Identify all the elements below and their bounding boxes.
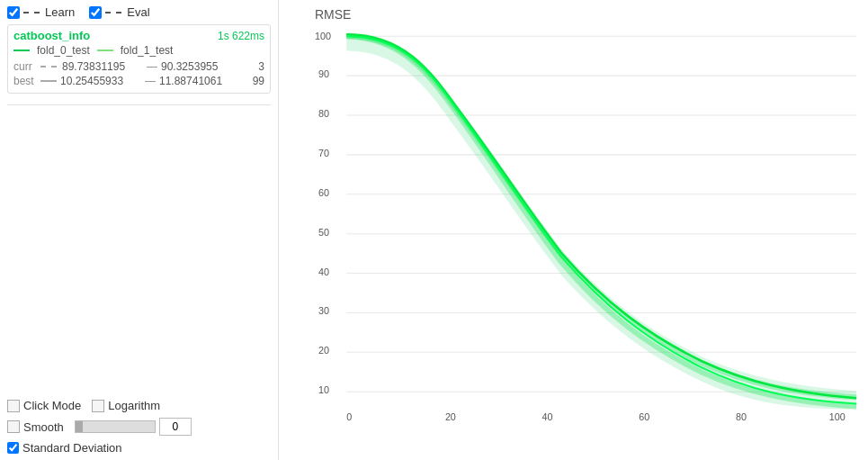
curr-num: 3 <box>246 60 264 73</box>
eval-checkbox[interactable] <box>89 6 102 19</box>
smooth-slider-thumb[interactable] <box>76 421 83 432</box>
curr-dash-icon <box>40 66 57 68</box>
info-title: catboost_info <box>13 29 90 42</box>
best-stats-row: best 10.25455933 — 11.88741061 99 <box>13 75 264 87</box>
divider <box>7 104 271 105</box>
x-label-20: 20 <box>445 411 456 422</box>
best-line-icon <box>40 80 57 82</box>
x-label-0: 0 <box>346 411 352 422</box>
best-label: best <box>13 75 37 87</box>
std-dev-checkbox[interactable] <box>7 442 19 454</box>
main-curve-fold1 <box>346 36 856 403</box>
smooth-checkbox[interactable] <box>7 420 20 433</box>
smooth-slider-track[interactable] <box>75 420 156 433</box>
learn-checkbox-label[interactable]: Learn <box>7 5 75 19</box>
eval-label: Eval <box>127 5 149 19</box>
click-mode-label: Click Mode <box>23 399 81 412</box>
click-mode-checkbox[interactable] <box>7 400 20 412</box>
chart-svg: 100 90 80 70 60 50 40 30 20 10 0 20 40 6… <box>315 25 861 429</box>
info-title-row: catboost_info 1s 622ms <box>13 29 264 42</box>
y-label-60: 60 <box>318 187 329 198</box>
top-control-row: Click Mode Logarithm <box>7 399 271 412</box>
std-dev-control-row: Standard Deviation <box>7 441 271 455</box>
smooth-slider-container <box>75 418 192 436</box>
smooth-label: Smooth <box>23 420 64 434</box>
eval-dash-icon <box>105 12 121 14</box>
curr-label: curr <box>13 60 37 73</box>
smooth-control-row: Smooth <box>7 418 271 436</box>
std-dev-label: Standard Deviation <box>22 441 122 455</box>
info-time: 1s 622ms <box>218 30 264 42</box>
x-label-40: 40 <box>542 411 553 422</box>
left-panel: Learn Eval catboost_info 1s 622ms fold_0… <box>0 0 279 460</box>
learn-label: Learn <box>45 5 75 19</box>
y-label-70: 70 <box>318 148 329 158</box>
learn-checkbox[interactable] <box>7 6 20 19</box>
std-dev-control[interactable]: Standard Deviation <box>7 441 122 455</box>
chart-area: RMSE 100 90 80 70 60 50 40 30 20 10 0 20… <box>279 0 868 460</box>
y-label-80: 80 <box>318 108 329 119</box>
y-label-100: 100 <box>315 31 331 41</box>
x-label-80: 80 <box>736 411 747 422</box>
best-separator: — <box>145 75 156 87</box>
curr-stats-row: curr 89.73831195 — 90.3253955 3 <box>13 60 264 73</box>
y-label-30: 30 <box>318 305 329 316</box>
eval-checkbox-label[interactable]: Eval <box>89 5 149 19</box>
logarithm-control[interactable]: Logarithm <box>92 399 160 412</box>
logarithm-checkbox[interactable] <box>92 400 104 412</box>
click-mode-control[interactable]: Click Mode <box>7 399 81 412</box>
fold1-label: fold_1_test <box>121 44 174 57</box>
logarithm-label: Logarithm <box>108 399 160 412</box>
std-dev-lower-band <box>346 36 856 406</box>
smooth-value-input[interactable] <box>159 418 192 436</box>
fold1-line-icon <box>97 50 113 51</box>
chart-title: RMSE <box>315 7 861 22</box>
best-val1: 10.25455933 <box>60 75 141 87</box>
curr-val1: 89.73831195 <box>62 60 143 73</box>
y-label-90: 90 <box>318 68 329 79</box>
fold-row: fold_0_test fold_1_test <box>13 44 264 57</box>
std-dev-upper-band <box>346 36 856 397</box>
info-block: catboost_info 1s 622ms fold_0_test fold_… <box>7 24 271 94</box>
chart-container: 100 90 80 70 60 50 40 30 20 10 0 20 40 6… <box>315 25 861 429</box>
learn-dash-icon <box>23 12 40 14</box>
curr-val2: 90.3253955 <box>161 60 242 73</box>
main-curve-fold0 <box>346 34 856 398</box>
x-label-60: 60 <box>639 411 649 422</box>
header-row: Learn Eval <box>7 5 271 19</box>
bottom-controls: Click Mode Logarithm Smooth Standar <box>7 399 271 455</box>
y-label-50: 50 <box>318 226 329 237</box>
y-label-40: 40 <box>318 266 329 276</box>
y-label-10: 10 <box>318 384 329 395</box>
fold0-label: fold_0_test <box>37 44 90 57</box>
curr-separator: — <box>147 60 157 73</box>
best-num: 99 <box>244 75 264 87</box>
fold0-line-icon <box>13 50 30 51</box>
y-label-20: 20 <box>318 345 329 356</box>
smooth-control[interactable]: Smooth <box>7 420 64 434</box>
best-val2: 11.88741061 <box>159 75 240 87</box>
x-label-100: 100 <box>829 411 846 422</box>
